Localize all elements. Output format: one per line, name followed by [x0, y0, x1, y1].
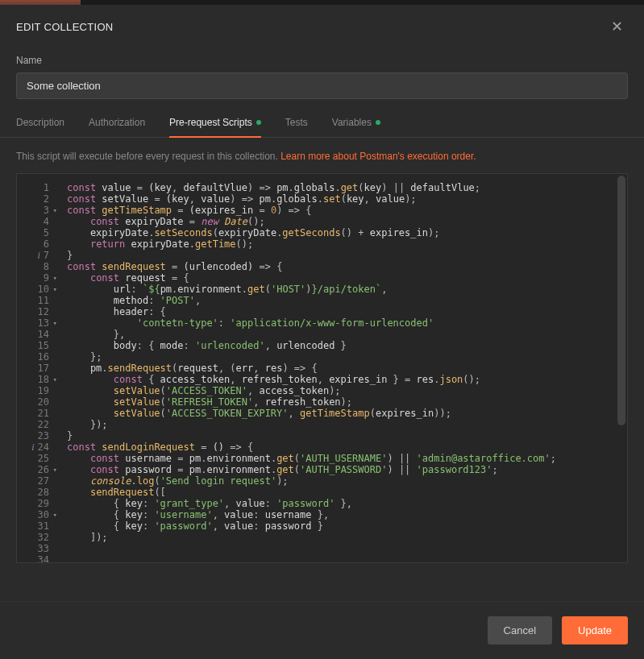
helper-link[interactable]: Learn more about Postman's execution ord…	[280, 151, 476, 162]
line-number: 16	[38, 351, 49, 363]
line-number: 32	[38, 532, 49, 543]
fold-icon[interactable]: ▾	[52, 284, 57, 295]
modal-title: EDIT COLLECTION	[16, 21, 114, 33]
cancel-button[interactable]: Cancel	[488, 616, 552, 644]
fold-icon[interactable]: ▾	[52, 509, 57, 520]
tabs-bar: DescriptionAuthorizationPre-request Scri…	[0, 99, 644, 138]
line-number: 17	[38, 363, 49, 374]
line-number: 28	[38, 487, 49, 498]
line-number: 29	[38, 498, 49, 509]
helper-text: This script will execute before every re…	[0, 138, 644, 173]
tab-tests[interactable]: Tests	[285, 117, 308, 138]
update-button[interactable]: Update	[562, 616, 628, 644]
line-number: 30	[38, 509, 49, 520]
line-number: 8	[44, 261, 49, 272]
line-number: 22	[38, 419, 49, 430]
modal-footer: Cancel Update	[0, 601, 644, 659]
line-number: 10	[38, 284, 49, 295]
line-number: 26	[38, 464, 49, 475]
indicator-dot-icon	[256, 120, 261, 125]
collection-name-input[interactable]	[16, 73, 628, 99]
fold-icon[interactable]: ▾	[52, 272, 57, 284]
line-number: 7	[44, 250, 49, 261]
line-number: 27	[38, 475, 49, 487]
line-number: 13	[38, 317, 49, 329]
line-number: 20	[38, 396, 49, 408]
editor-scroll-thumb[interactable]	[617, 176, 625, 425]
tab-label: Authorization	[89, 117, 145, 128]
indicator-dot-icon	[376, 120, 380, 125]
line-number: 1	[44, 182, 49, 193]
fold-icon[interactable]: ▾	[52, 374, 57, 385]
modal-header: EDIT COLLECTION ✕	[0, 5, 644, 45]
line-number: 25	[38, 453, 49, 464]
info-gutter-icon: i	[37, 250, 39, 261]
line-number: 15	[38, 340, 49, 351]
line-number: 5	[44, 227, 49, 238]
line-number: 34	[38, 554, 49, 563]
editor-content[interactable]: const value = (key, defaultVlue) => pm.g…	[62, 174, 627, 562]
code-editor[interactable]: 123▾456i789▾10▾111213▾1415161718▾1920212…	[16, 173, 628, 563]
tab-description[interactable]: Description	[16, 117, 64, 138]
editor-scrollbar[interactable]	[616, 176, 625, 561]
tab-pre-request-scripts[interactable]: Pre-request Scripts	[169, 117, 261, 138]
tab-variables[interactable]: Variables	[332, 117, 380, 138]
name-label: Name	[0, 45, 644, 73]
editor-gutter: 123▾456i789▾10▾111213▾1415161718▾1920212…	[17, 174, 62, 562]
tab-label: Pre-request Scripts	[169, 117, 252, 128]
tab-label: Description	[16, 117, 64, 128]
line-number: 2	[44, 193, 49, 205]
line-number: 12	[38, 306, 49, 317]
tab-label: Tests	[285, 117, 308, 128]
tab-label: Variables	[332, 117, 372, 128]
line-number: 24	[38, 441, 49, 453]
line-number: 31	[38, 520, 49, 532]
helper-text-body: This script will execute before every re…	[16, 151, 280, 162]
line-number: 18	[38, 374, 49, 385]
edit-collection-modal: EDIT COLLECTION ✕ Name DescriptionAuthor…	[0, 5, 644, 659]
info-gutter-icon: i	[31, 441, 34, 453]
line-number: 23	[38, 430, 49, 441]
line-number: 3	[44, 205, 49, 216]
line-number: 11	[38, 295, 49, 306]
tab-authorization[interactable]: Authorization	[89, 117, 145, 138]
fold-icon[interactable]: ▾	[52, 317, 57, 329]
line-number: 21	[38, 408, 49, 419]
fold-icon[interactable]: ▾	[52, 205, 57, 216]
line-number: 9	[44, 272, 49, 284]
line-number: 33	[38, 543, 49, 554]
close-icon[interactable]: ✕	[606, 16, 628, 37]
line-number: 6	[44, 238, 49, 250]
line-number: 4	[44, 216, 49, 227]
line-number: 19	[38, 385, 49, 396]
line-number: 14	[38, 329, 49, 340]
fold-icon[interactable]: ▾	[52, 464, 57, 475]
